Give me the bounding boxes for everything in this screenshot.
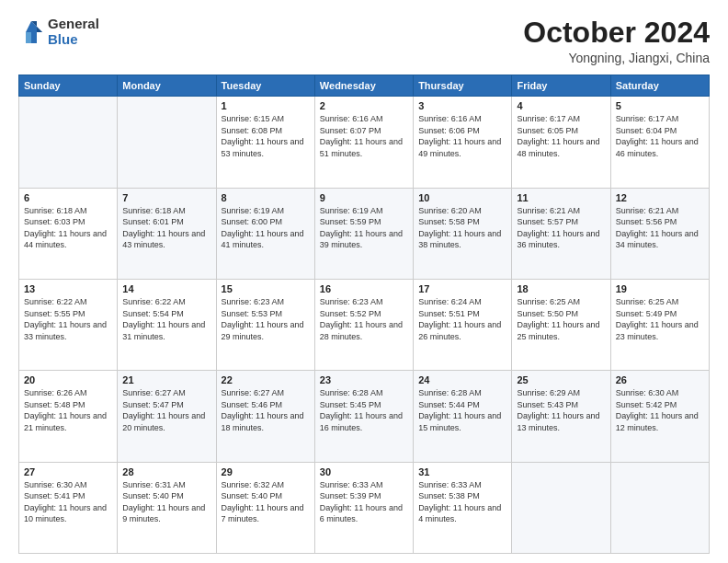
day-cell-5: 5Sunrise: 6:17 AM Sunset: 6:04 PM Daylig… — [610, 97, 709, 188]
day-info-15: Sunrise: 6:23 AM Sunset: 5:53 PM Dayligh… — [222, 296, 310, 342]
day-info-26: Sunrise: 6:30 AM Sunset: 5:42 PM Dayligh… — [616, 387, 704, 433]
col-saturday: Saturday — [610, 75, 709, 97]
logo-text: General Blue — [48, 17, 99, 47]
day-info-28: Sunrise: 6:31 AM Sunset: 5:40 PM Dayligh… — [122, 479, 210, 525]
calendar-row-4: 20Sunrise: 6:26 AM Sunset: 5:48 PM Dayli… — [19, 371, 710, 462]
day-number-1: 1 — [222, 100, 310, 111]
calendar-header: Sunday Monday Tuesday Wednesday Thursday… — [19, 75, 710, 97]
day-info-27: Sunrise: 6:30 AM Sunset: 5:41 PM Dayligh… — [24, 479, 112, 525]
day-cell-10: 10Sunrise: 6:20 AM Sunset: 5:58 PM Dayli… — [414, 188, 512, 279]
day-number-2: 2 — [320, 100, 408, 111]
day-info-12: Sunrise: 6:21 AM Sunset: 5:56 PM Dayligh… — [616, 205, 704, 251]
day-info-29: Sunrise: 6:32 AM Sunset: 5:40 PM Dayligh… — [222, 479, 310, 525]
empty-cell-4-5 — [512, 462, 610, 553]
day-cell-9: 9Sunrise: 6:19 AM Sunset: 5:59 PM Daylig… — [314, 188, 413, 279]
day-number-4: 4 — [517, 100, 605, 111]
page: General Blue October 2024 Yongning, Jian… — [0, 0, 728, 563]
day-info-13: Sunrise: 6:22 AM Sunset: 5:55 PM Dayligh… — [24, 296, 112, 342]
day-info-22: Sunrise: 6:27 AM Sunset: 5:46 PM Dayligh… — [222, 387, 310, 433]
day-info-19: Sunrise: 6:25 AM Sunset: 5:49 PM Dayligh… — [616, 296, 704, 342]
day-number-29: 29 — [222, 466, 310, 477]
day-cell-24: 24Sunrise: 6:28 AM Sunset: 5:44 PM Dayli… — [414, 371, 512, 462]
calendar-body: 1Sunrise: 6:15 AM Sunset: 6:08 PM Daylig… — [19, 97, 710, 554]
day-cell-19: 19Sunrise: 6:25 AM Sunset: 5:49 PM Dayli… — [610, 279, 709, 370]
day-number-17: 17 — [418, 283, 506, 294]
day-cell-4: 4Sunrise: 6:17 AM Sunset: 6:05 PM Daylig… — [512, 97, 610, 188]
day-number-20: 20 — [24, 374, 112, 385]
col-monday: Monday — [118, 75, 216, 97]
day-info-18: Sunrise: 6:25 AM Sunset: 5:50 PM Dayligh… — [517, 296, 605, 342]
day-cell-18: 18Sunrise: 6:25 AM Sunset: 5:50 PM Dayli… — [512, 279, 610, 370]
svg-marker-1 — [26, 32, 31, 43]
day-info-1: Sunrise: 6:15 AM Sunset: 6:08 PM Dayligh… — [222, 113, 310, 159]
day-number-3: 3 — [418, 100, 506, 111]
day-number-10: 10 — [418, 192, 506, 203]
calendar-table: Sunday Monday Tuesday Wednesday Thursday… — [18, 75, 710, 554]
col-friday: Friday — [512, 75, 610, 97]
day-info-25: Sunrise: 6:29 AM Sunset: 5:43 PM Dayligh… — [517, 387, 605, 433]
day-info-21: Sunrise: 6:27 AM Sunset: 5:47 PM Dayligh… — [122, 387, 210, 433]
day-cell-28: 28Sunrise: 6:31 AM Sunset: 5:40 PM Dayli… — [118, 462, 216, 553]
header: General Blue October 2024 Yongning, Jian… — [18, 17, 710, 65]
day-number-24: 24 — [418, 374, 506, 385]
day-number-18: 18 — [517, 283, 605, 294]
day-number-7: 7 — [122, 192, 210, 203]
day-info-8: Sunrise: 6:19 AM Sunset: 6:00 PM Dayligh… — [222, 205, 310, 251]
day-number-21: 21 — [122, 374, 210, 385]
day-info-7: Sunrise: 6:18 AM Sunset: 6:01 PM Dayligh… — [122, 205, 210, 251]
day-number-9: 9 — [320, 192, 408, 203]
day-number-31: 31 — [418, 466, 506, 477]
day-number-14: 14 — [122, 283, 210, 294]
day-number-5: 5 — [616, 100, 704, 111]
day-number-6: 6 — [24, 192, 112, 203]
day-info-6: Sunrise: 6:18 AM Sunset: 6:03 PM Dayligh… — [24, 205, 112, 251]
day-number-23: 23 — [320, 374, 408, 385]
day-info-10: Sunrise: 6:20 AM Sunset: 5:58 PM Dayligh… — [418, 205, 506, 251]
day-cell-16: 16Sunrise: 6:23 AM Sunset: 5:52 PM Dayli… — [314, 279, 413, 370]
col-thursday: Thursday — [414, 75, 512, 97]
day-info-3: Sunrise: 6:16 AM Sunset: 6:06 PM Dayligh… — [418, 113, 506, 159]
day-cell-25: 25Sunrise: 6:29 AM Sunset: 5:43 PM Dayli… — [512, 371, 610, 462]
day-info-16: Sunrise: 6:23 AM Sunset: 5:52 PM Dayligh… — [320, 296, 408, 342]
day-cell-12: 12Sunrise: 6:21 AM Sunset: 5:56 PM Dayli… — [610, 188, 709, 279]
day-info-14: Sunrise: 6:22 AM Sunset: 5:54 PM Dayligh… — [122, 296, 210, 342]
day-cell-31: 31Sunrise: 6:33 AM Sunset: 5:38 PM Dayli… — [414, 462, 512, 553]
day-cell-1: 1Sunrise: 6:15 AM Sunset: 6:08 PM Daylig… — [216, 97, 314, 188]
day-cell-3: 3Sunrise: 6:16 AM Sunset: 6:06 PM Daylig… — [414, 97, 512, 188]
day-number-25: 25 — [517, 374, 605, 385]
logo-general-text: General — [48, 17, 99, 32]
empty-cell-0-0 — [19, 97, 118, 188]
day-info-31: Sunrise: 6:33 AM Sunset: 5:38 PM Dayligh… — [418, 479, 506, 525]
day-cell-14: 14Sunrise: 6:22 AM Sunset: 5:54 PM Dayli… — [118, 279, 216, 370]
col-wednesday: Wednesday — [314, 75, 413, 97]
title-block: October 2024 Yongning, Jiangxi, China — [523, 17, 710, 65]
day-cell-2: 2Sunrise: 6:16 AM Sunset: 6:07 PM Daylig… — [314, 97, 413, 188]
col-sunday: Sunday — [19, 75, 118, 97]
day-number-28: 28 — [122, 466, 210, 477]
day-cell-20: 20Sunrise: 6:26 AM Sunset: 5:48 PM Dayli… — [19, 371, 118, 462]
day-info-2: Sunrise: 6:16 AM Sunset: 6:07 PM Dayligh… — [320, 113, 408, 159]
day-number-8: 8 — [222, 192, 310, 203]
day-info-5: Sunrise: 6:17 AM Sunset: 6:04 PM Dayligh… — [616, 113, 704, 159]
day-cell-27: 27Sunrise: 6:30 AM Sunset: 5:41 PM Dayli… — [19, 462, 118, 553]
day-cell-23: 23Sunrise: 6:28 AM Sunset: 5:45 PM Dayli… — [314, 371, 413, 462]
day-number-19: 19 — [616, 283, 704, 294]
day-cell-21: 21Sunrise: 6:27 AM Sunset: 5:47 PM Dayli… — [118, 371, 216, 462]
calendar-row-2: 6Sunrise: 6:18 AM Sunset: 6:03 PM Daylig… — [19, 188, 710, 279]
day-number-30: 30 — [320, 466, 408, 477]
day-cell-6: 6Sunrise: 6:18 AM Sunset: 6:03 PM Daylig… — [19, 188, 118, 279]
day-cell-15: 15Sunrise: 6:23 AM Sunset: 5:53 PM Dayli… — [216, 279, 314, 370]
day-info-30: Sunrise: 6:33 AM Sunset: 5:39 PM Dayligh… — [320, 479, 408, 525]
day-cell-22: 22Sunrise: 6:27 AM Sunset: 5:46 PM Dayli… — [216, 371, 314, 462]
day-cell-30: 30Sunrise: 6:33 AM Sunset: 5:39 PM Dayli… — [314, 462, 413, 553]
day-info-4: Sunrise: 6:17 AM Sunset: 6:05 PM Dayligh… — [517, 113, 605, 159]
day-info-24: Sunrise: 6:28 AM Sunset: 5:44 PM Dayligh… — [418, 387, 506, 433]
day-info-20: Sunrise: 6:26 AM Sunset: 5:48 PM Dayligh… — [24, 387, 112, 433]
day-number-16: 16 — [320, 283, 408, 294]
day-cell-26: 26Sunrise: 6:30 AM Sunset: 5:42 PM Dayli… — [610, 371, 709, 462]
col-tuesday: Tuesday — [216, 75, 314, 97]
day-number-13: 13 — [24, 283, 112, 294]
day-info-11: Sunrise: 6:21 AM Sunset: 5:57 PM Dayligh… — [517, 205, 605, 251]
empty-cell-0-1 — [118, 97, 216, 188]
logo-icon — [18, 19, 44, 45]
